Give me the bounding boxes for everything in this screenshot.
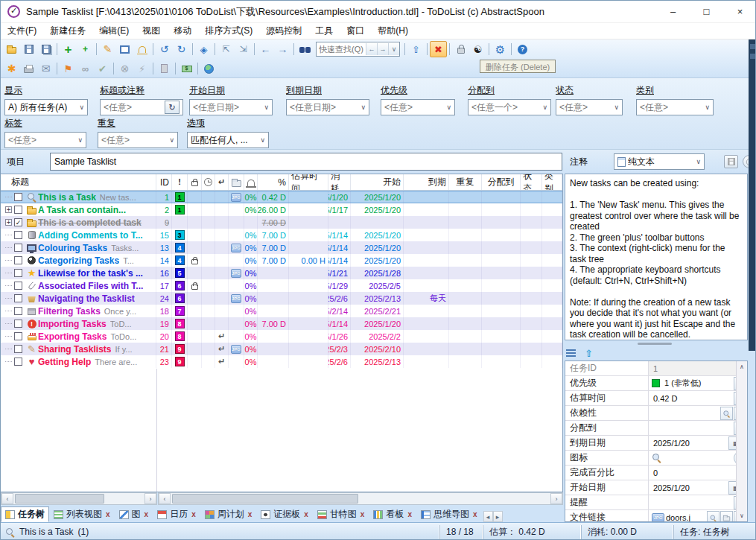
cancel-action-button[interactable]: ⊗ <box>116 60 133 77</box>
project-input[interactable] <box>50 153 562 171</box>
filter-combo-开始日期[interactable]: <任意日期>∨ <box>189 99 273 115</box>
expand-icon[interactable]: + <box>5 206 12 213</box>
filter-combo-到期日期[interactable]: <任意日期>∨ <box>286 99 369 115</box>
column-header-到期[interactable]: 到期 <box>404 174 449 190</box>
pane-divider[interactable] <box>156 369 157 492</box>
column-header-clock[interactable] <box>202 174 215 190</box>
redo-button[interactable]: ↻ <box>173 41 190 57</box>
password-protect-button[interactable] <box>452 41 469 57</box>
menu-item-3[interactable]: 视图 <box>136 25 167 37</box>
edit-task-title-button[interactable]: ✎ <box>99 41 116 57</box>
menu-item-6[interactable]: 源码控制 <box>259 25 308 37</box>
browse-url-button[interactable] <box>200 60 217 77</box>
new-tasklist-button[interactable]: ✱ <box>3 60 20 77</box>
task-row[interactable]: Associated Files with T...1760%2025/1/29… <box>1 279 562 292</box>
chevron-down-icon[interactable]: ∨ <box>388 43 399 55</box>
task-row[interactable]: Categorizing TasksT...1440%7.00 D0.00 H2… <box>1 254 562 267</box>
find-tasks-button[interactable] <box>296 41 314 57</box>
task-row[interactable]: !Importing TasksToD...1980%7.00 D2025/1/… <box>1 317 562 330</box>
maximize-button[interactable]: □ <box>690 1 723 23</box>
scroll-thumb[interactable] <box>15 494 104 504</box>
column-header-lock[interactable] <box>188 174 202 190</box>
column-header-ID[interactable]: ID <box>156 174 172 190</box>
save-tasklist-button[interactable] <box>20 41 37 57</box>
filter-combo-优先级[interactable]: <任意>∨ <box>381 99 455 115</box>
folder-icon[interactable] <box>720 511 733 522</box>
task-checkbox[interactable] <box>14 294 22 302</box>
tree-horizontal-scrollbar[interactable]: ‹ › <box>1 492 157 505</box>
column-header-%[interactable]: % <box>258 174 289 190</box>
flag-task-button[interactable]: ⚑ <box>60 60 77 77</box>
filter-combo-重复[interactable]: <任意>∨ <box>98 132 178 148</box>
task-row[interactable]: ✎Sharing TasklistsIf y...219↵JPG0%2025/2… <box>1 343 562 355</box>
send-email-button[interactable]: ✉ <box>37 60 54 77</box>
splitter-grip[interactable] <box>638 343 672 345</box>
menu-item-2[interactable]: 编辑(E) <box>92 25 136 37</box>
tab-close-icon[interactable]: x <box>144 511 149 518</box>
menu-item-4[interactable]: 移动 <box>167 25 198 37</box>
column-header-开始[interactable]: 开始 <box>351 174 404 190</box>
magnifier-icon[interactable] <box>707 511 720 522</box>
link-tasks-button[interactable]: ∞ <box>77 60 94 77</box>
task-checkbox[interactable] <box>14 244 22 252</box>
tab-close-icon[interactable]: x <box>407 511 412 518</box>
undo-button[interactable]: ↺ <box>156 41 173 57</box>
new-subtask-button[interactable]: + <box>77 41 94 57</box>
task-row[interactable]: +✓This is a completed task97.00 D <box>1 216 562 229</box>
task-row[interactable]: Colouring TasksTasks...134JPG0%7.00 D202… <box>1 241 562 254</box>
task-row[interactable]: Adding Comments to T...1530%7.00 D2025/1… <box>1 229 562 241</box>
tab-mindmap[interactable]: 思维导图x <box>416 506 482 522</box>
menu-item-5[interactable]: 排序方式(S) <box>198 25 259 37</box>
task-checkbox[interactable] <box>14 206 22 214</box>
scroll-left-icon[interactable]: ‹ <box>1 493 13 504</box>
task-notes-button[interactable] <box>116 41 133 57</box>
filter-combo-标题或注释[interactable]: <任意>↻ <box>100 99 183 115</box>
tab-close-icon[interactable]: x <box>304 511 308 518</box>
task-row[interactable]: +A Task can contain...210%26.00 D2025/1/… <box>1 203 562 216</box>
attribute-value-任务ID[interactable]: 1 <box>649 361 747 375</box>
tab-scroll-left-icon[interactable]: ◂ <box>483 511 493 522</box>
task-checkbox[interactable] <box>14 332 22 340</box>
attribute-value-分配到[interactable]: ∨ <box>649 421 747 435</box>
tab-scroll-right-icon[interactable]: ▸ <box>493 511 503 522</box>
tab-list-view[interactable]: 列表视图x <box>49 506 115 522</box>
filter-combo-类别[interactable]: <任意>∨ <box>636 99 714 115</box>
attributes-scrollbar[interactable]: ∧ ∨ <box>736 361 747 521</box>
table-header[interactable]: 标题ID!↵%估算时间消耗开始到期重复分配到状态类别 <box>1 174 562 191</box>
scroll-thumb[interactable] <box>172 494 358 504</box>
collapsed-dock-strip[interactable] <box>749 39 756 351</box>
open-tasklist-button[interactable] <box>3 41 20 57</box>
scroll-up-icon[interactable]: ∧ <box>740 361 744 372</box>
set-reminder-button[interactable] <box>133 41 150 57</box>
attribute-value-依赖性[interactable]: ⋯ <box>649 406 747 420</box>
task-row[interactable]: ★Likewise for the task's ...165JPG0%2025… <box>1 267 562 279</box>
new-task-button[interactable]: + <box>60 41 77 57</box>
close-button[interactable]: × <box>723 1 756 23</box>
search-prev-icon[interactable]: ← <box>366 43 377 55</box>
refresh-icon[interactable]: ↻ <box>165 101 180 114</box>
quick-search[interactable]: ←→∨ <box>316 42 400 57</box>
task-row[interactable]: Filtering TasksOnce y...1870%2025/2/1420… <box>1 305 562 317</box>
column-header-状态[interactable]: 状态 <box>521 174 542 190</box>
menu-item-8[interactable]: 窗口 <box>340 25 371 37</box>
task-row[interactable]: Exporting TasksToDo...208↵0%2025/1/26202… <box>1 330 562 343</box>
prev-selection-button[interactable]: ← <box>257 41 274 57</box>
tab-kanban[interactable]: 看板x <box>369 506 416 522</box>
column-header-重复[interactable]: 重复 <box>449 174 482 190</box>
task-checkbox[interactable] <box>14 282 22 290</box>
filter-combo-显示[interactable]: A) 所有任务(A)∨ <box>4 99 88 115</box>
column-header-类别[interactable]: 类别 <box>542 174 562 190</box>
column-header-reminder[interactable] <box>244 174 258 190</box>
columns-horizontal-scrollbar[interactable]: ‹ › <box>158 492 563 505</box>
attribute-value-到期日期[interactable]: 2025/1/20▦▾ <box>649 436 747 450</box>
task-checkbox[interactable] <box>14 269 22 277</box>
tab-close-icon[interactable]: x <box>360 511 365 518</box>
search-next-icon[interactable]: → <box>377 43 388 55</box>
task-row[interactable]: ♥Getting HelpThere are...239↵0%2025/2/62… <box>1 355 562 368</box>
menu-item-1[interactable]: 新建任务 <box>43 25 92 37</box>
attribute-value-文件链接[interactable]: JPGdoors.j∨ <box>649 510 747 522</box>
move-task-out-button[interactable]: ⇱ <box>217 41 235 57</box>
attribute-value-提醒[interactable] <box>649 495 747 509</box>
attribute-value-估算时间[interactable]: 0.42 D▾ <box>649 391 747 405</box>
next-selection-button[interactable]: → <box>274 41 291 57</box>
